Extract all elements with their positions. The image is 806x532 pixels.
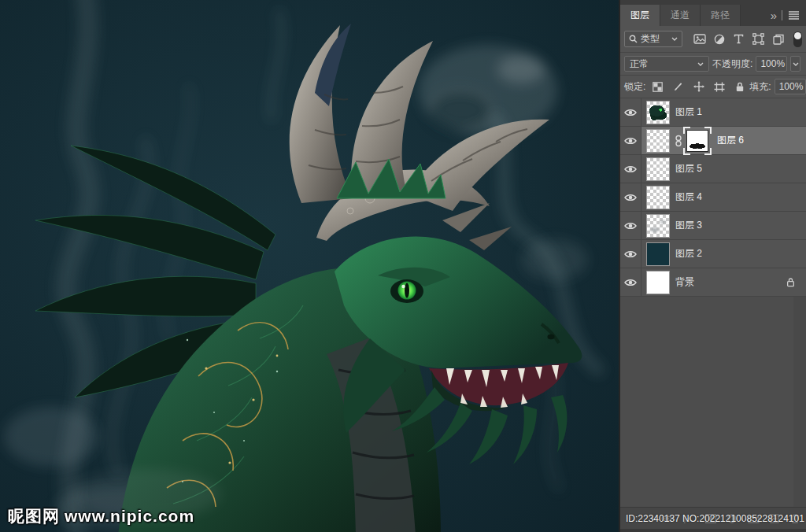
layer-name: 图层 3 — [675, 219, 702, 232]
layer-thumbnail[interactable] — [646, 129, 670, 153]
eye-icon — [624, 136, 637, 146]
eye-icon — [624, 193, 637, 202]
tabbar-divider — [782, 10, 782, 20]
layer-row[interactable]: 图层 2 — [620, 240, 806, 268]
layer-name: 背景 — [675, 275, 694, 289]
lock-all-icon[interactable] — [733, 80, 746, 94]
eye-icon — [624, 249, 637, 259]
eye-icon — [624, 278, 637, 287]
filtering-toggle[interactable] — [793, 31, 802, 47]
layer-visibility-toggle[interactable] — [620, 212, 641, 239]
layer-lock-icon — [786, 277, 795, 287]
layer-filter-select[interactable]: 类型 — [624, 31, 682, 47]
layers-list: 图层 1 图层 6 — [620, 98, 806, 297]
panel-empty-area — [620, 297, 806, 507]
opacity-label: 不透明度: — [712, 57, 752, 71]
panel-menu-icon[interactable] — [788, 10, 800, 20]
layer-name: 图层 2 — [675, 247, 702, 260]
lock-icon-group — [651, 80, 746, 94]
layers-panel: 图层 通道 路径 » 类型 — [619, 0, 806, 532]
tab-channels-label: 通道 — [671, 9, 690, 22]
tab-channels[interactable]: 通道 — [660, 5, 701, 26]
layer-name: 图层 1 — [675, 105, 702, 119]
lock-position-icon[interactable] — [692, 80, 705, 94]
lock-transparent-pixels-icon[interactable] — [651, 80, 664, 94]
dragon-artwork — [0, 0, 619, 532]
watermark: 昵图网www.nipic.com — [8, 505, 194, 527]
layer-name: 图层 6 — [717, 134, 744, 147]
tab-paths[interactable]: 路径 — [701, 5, 741, 26]
eye-icon — [624, 164, 637, 174]
layer-name: 图层 5 — [675, 162, 702, 175]
layer-thumbnail[interactable] — [646, 157, 670, 181]
fill-label: 填充: — [749, 80, 771, 94]
fill-value-field[interactable]: 100% — [775, 79, 806, 94]
panel-bottom-edge — [620, 529, 806, 532]
tab-paths-label: 路径 — [711, 9, 730, 22]
eye-icon — [624, 108, 637, 117]
shape-layer-filter-icon[interactable] — [752, 32, 765, 46]
panel-tabbar: 图层 通道 路径 » — [620, 0, 806, 26]
canvas-area[interactable]: 昵图网www.nipic.com — [0, 0, 619, 532]
layer-name: 图层 4 — [675, 190, 702, 204]
opacity-value: 100% — [760, 58, 785, 69]
layer-visibility-toggle[interactable] — [620, 268, 641, 296]
panel-status-bar: fx ID:22340137 NO:20221210085228124101 — [620, 507, 806, 529]
smart-object-filter-icon[interactable] — [771, 32, 785, 46]
layer-thumbnail[interactable] — [646, 101, 670, 124]
opacity-value-field[interactable]: 100% — [756, 56, 787, 72]
layer-mask-thumbnail[interactable] — [683, 127, 712, 155]
layer-row[interactable]: 图层 4 — [620, 183, 806, 212]
fill-value: 100% — [779, 81, 804, 92]
layer-thumbnail[interactable] — [646, 214, 670, 238]
filter-row: 类型 — [620, 26, 806, 53]
filter-icon-group — [693, 32, 785, 46]
layer-row[interactable]: 图层 6 — [620, 127, 806, 155]
layer-row[interactable]: 图层 1 — [620, 98, 806, 127]
adjustment-layer-filter-icon[interactable] — [712, 32, 726, 46]
lock-label: 锁定: — [624, 80, 645, 94]
layer-row[interactable]: 背景 — [620, 268, 806, 297]
layer-thumbnail[interactable] — [646, 186, 670, 209]
layer-visibility-toggle[interactable] — [620, 127, 641, 154]
image-id-text: ID:22340137 NO:20221210085228124101 — [620, 513, 804, 524]
type-layer-filter-icon[interactable] — [732, 32, 745, 46]
layer-visibility-toggle[interactable] — [620, 183, 641, 211]
pixel-layer-filter-icon[interactable] — [693, 32, 706, 46]
layer-visibility-toggle[interactable] — [620, 155, 641, 183]
blend-row: 正常 不透明度: 100% — [620, 53, 806, 76]
layer-visibility-toggle[interactable] — [620, 98, 641, 126]
tab-layers-label: 图层 — [630, 9, 649, 22]
opacity-dropdown-button[interactable] — [790, 56, 800, 72]
blend-mode-select[interactable]: 正常 — [624, 56, 709, 72]
blend-mode-value: 正常 — [630, 57, 697, 71]
watermark-site-name: 昵图网 — [8, 507, 60, 525]
collapse-panel-icon[interactable]: » — [771, 9, 776, 21]
layer-thumbnail[interactable] — [646, 271, 670, 294]
chevron-down-icon — [793, 62, 799, 66]
chevron-down-icon — [671, 37, 678, 41]
mask-link-icon[interactable] — [675, 135, 682, 147]
lock-row: 锁定: 填充: 100% — [620, 76, 806, 98]
layer-visibility-toggle[interactable] — [620, 240, 641, 268]
lock-artboard-icon[interactable] — [712, 80, 726, 94]
search-icon — [629, 35, 638, 43]
filter-kind-label: 类型 — [641, 32, 668, 46]
lock-image-pixels-icon[interactable] — [671, 80, 685, 94]
tab-layers[interactable]: 图层 — [620, 5, 660, 26]
photoshop-window: 昵图网www.nipic.com 图层 通道 路径 » 类型 — [0, 0, 806, 532]
chevron-down-icon — [697, 62, 704, 66]
layer-row[interactable]: 图层 5 — [620, 155, 806, 183]
eye-icon — [624, 221, 637, 231]
layer-row[interactable]: 图层 3 — [620, 212, 806, 240]
watermark-site-url: www.nipic.com — [65, 507, 194, 525]
layer-thumbnail[interactable] — [646, 242, 670, 266]
